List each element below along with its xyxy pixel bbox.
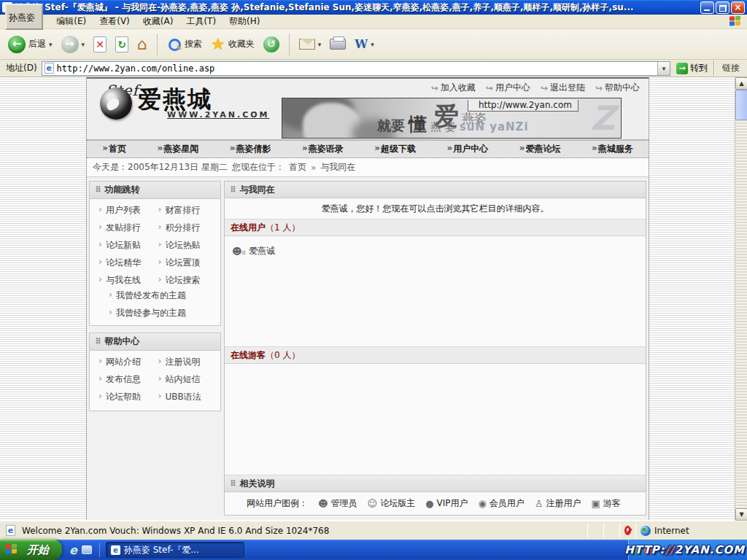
logout-link[interactable]: ↪ 退出登陆: [541, 82, 585, 94]
menu-help[interactable]: 帮助(H): [222, 14, 266, 29]
banner-slogan: 就要 懂 燕 姿 suN yaNZi: [377, 112, 529, 136]
function-jump-title: 功能跳转: [105, 184, 140, 196]
go-button[interactable]: → 转到: [673, 61, 711, 75]
home-button[interactable]: ⌂: [133, 34, 151, 55]
menu-edit[interactable]: 编辑(E): [50, 14, 93, 29]
utility-links: ↪ 加入收藏 ↪ 用户中心 ↪ 退出登陆 ↪ 帮助中心: [431, 82, 640, 94]
menu-view[interactable]: 查看(V): [93, 14, 136, 29]
nav-forum[interactable]: »爱燕论坛: [519, 143, 561, 155]
minimize-button[interactable]: [700, 1, 714, 14]
sidebar-link-register-help[interactable]: ›注册说明: [158, 356, 218, 368]
address-input[interactable]: e http://www.2yan.com/online.asp ▾: [42, 61, 670, 76]
status-text: Welcome 2Yan.com Vouch: Windows XP And I…: [22, 526, 329, 536]
sidebar-link-new-posts[interactable]: ›论坛新贴: [98, 239, 158, 252]
history-button[interactable]: ↺: [260, 34, 283, 55]
word-icon: W: [355, 37, 368, 51]
sidebar-link-wealth-rank[interactable]: ›财富排行: [158, 204, 218, 217]
forward-button[interactable]: → ▾: [58, 34, 89, 55]
main-content: ⠿ 与我同在 爱燕诚，您好！您现在可以点击浏览其它栏目的详细内容。 在线用户 （…: [224, 181, 646, 516]
title-bar: e 孙燕姿 Stef-『爱燕城』 - 与我同在-孙燕姿,燕姿,燕姿 孙,Stef…: [0, 0, 747, 15]
help-center-header: ⠿ 帮助中心: [90, 333, 220, 351]
status-page-icon: e: [6, 525, 15, 536]
minimize-icon: [704, 9, 710, 11]
sidebar-link-forum-help[interactable]: ›论坛帮助: [98, 391, 158, 403]
online-guests-count: （0 人）: [266, 349, 300, 362]
search-label: 搜索: [185, 38, 202, 50]
slogan-bold: 懂: [409, 112, 427, 136]
moderator-icon: ☺: [368, 498, 378, 509]
address-dropdown-icon[interactable]: ▾: [657, 62, 670, 75]
nav-user-center[interactable]: »用户中心: [446, 143, 488, 155]
nav-photos[interactable]: »燕姿倩影: [230, 143, 271, 155]
print-button[interactable]: [326, 36, 349, 52]
show-desktop-icon[interactable]: [82, 545, 92, 554]
link-arrow-icon: ›: [158, 222, 162, 234]
menu-bar: 文件(F) 编辑(E) 查看(V) 收藏(A) 工具(T) 帮助(H): [0, 15, 747, 29]
sidebar-link-site-message[interactable]: ›站内短信: [158, 373, 218, 386]
user-legend: 网站用户图例： ☻管理员 ☺论坛版主 ●VIP用户 ◉会员用户 ♙注册用户 ▣游…: [225, 492, 646, 515]
add-favorite-link[interactable]: ↪ 加入收藏: [431, 82, 476, 94]
word-dropdown-icon[interactable]: ▾: [371, 41, 374, 48]
site-logo[interactable]: Stef 爱燕城 WWW.2YAN.COM: [100, 88, 270, 120]
online-users-label: 在线用户: [231, 222, 266, 234]
online-user-name[interactable]: 爱燕诚: [249, 245, 275, 257]
scroll-up-button[interactable]: ▲: [735, 77, 747, 90]
menu-favorites[interactable]: 收藏(A): [136, 14, 180, 29]
sidebar-link-hot-posts[interactable]: ›论坛热贴: [158, 239, 218, 252]
restore-button[interactable]: [716, 1, 729, 14]
online-user-item[interactable]: ☻ɞ 爱燕诚: [232, 245, 638, 257]
help-center-link[interactable]: ↪ 帮助中心: [595, 82, 640, 94]
link-arrow-icon: ›: [158, 391, 162, 403]
sidebar-link-score-rank[interactable]: ›积分排行: [158, 222, 218, 234]
sidebar-link-user-list[interactable]: ›用户列表: [98, 204, 158, 217]
breadcrumb-home-link[interactable]: 首页: [289, 161, 306, 174]
nav-quotes[interactable]: »燕姿语录: [302, 143, 344, 155]
windows-logo-icon: [729, 15, 743, 28]
taskbar-task-button[interactable]: e 孙燕姿 Stef-『爱...: [106, 542, 244, 558]
vertical-scrollbar[interactable]: ▲ ▼: [735, 77, 747, 521]
help-center-box: ⠿ 帮助中心 ›网站介绍 ›注册说明 ›发布信息 ›站内短信 ›论坛帮助 ›UB…: [89, 332, 221, 411]
sidebar-link-site-intro[interactable]: ›网站介绍: [98, 356, 158, 368]
nav-news[interactable]: »燕姿星闻: [157, 143, 198, 155]
nav-services[interactable]: »燕城服务: [592, 143, 633, 155]
link-arrow-icon: ›: [109, 307, 112, 319]
sidebar-link-pinned[interactable]: ›论坛置顶: [158, 257, 218, 269]
sidebar-link-publish-info[interactable]: ›发布信息: [98, 373, 158, 386]
banner-image[interactable]: Z http://www.2yan.com 爱 燕姿 就要 懂 燕 姿 suN …: [282, 98, 622, 139]
link-arrow-icon: ›: [98, 257, 102, 269]
sidebar-link-ubb[interactable]: ›UBB语法: [158, 391, 218, 403]
refresh-button[interactable]: ↻: [112, 34, 132, 55]
back-button[interactable]: ← 后退 ▾: [4, 34, 56, 55]
scroll-thumb[interactable]: [735, 90, 747, 120]
favorites-button[interactable]: ★ 收藏夹: [207, 35, 258, 54]
stop-button[interactable]: ✕: [90, 34, 110, 55]
sidebar-link-online[interactable]: ›与我在线: [98, 274, 158, 287]
sidebar-link-post-rank[interactable]: ›发贴排行: [98, 222, 158, 234]
breadcrumb: 今天是：2005年12月13日 星期二 您现在位于： 首页 » 与我同在: [87, 158, 649, 177]
forward-dropdown-icon[interactable]: ▾: [82, 41, 85, 48]
menu-tools[interactable]: 工具(T): [179, 14, 222, 29]
slogan-pre: 就要: [377, 117, 405, 136]
address-url[interactable]: http://www.2yan.com/online.asp: [57, 63, 657, 74]
mail-dropdown-icon[interactable]: ▾: [318, 41, 322, 48]
nav-home[interactable]: »首页: [102, 143, 126, 155]
back-dropdown-icon[interactable]: ▾: [49, 41, 53, 48]
quick-launch-ie-icon[interactable]: e: [69, 543, 77, 557]
sidebar-link-search[interactable]: ›论坛搜索: [158, 274, 218, 287]
site-domain: WWW.2YAN.COM: [167, 110, 270, 120]
link-arrow-icon: ›: [98, 274, 102, 287]
links-toolbar[interactable]: 链接: [713, 61, 746, 76]
mail-button[interactable]: ▾: [295, 36, 325, 52]
close-button[interactable]: ×: [731, 1, 745, 14]
user-center-link[interactable]: ↪ 用户中心: [486, 82, 530, 94]
start-button[interactable]: 开始: [0, 540, 62, 560]
sidebar-link-my-topics[interactable]: ›我曾经发布的主题: [109, 289, 217, 302]
sidebar-link-digest[interactable]: ›论坛精华: [98, 257, 158, 269]
search-button[interactable]: 搜索: [163, 35, 206, 54]
main-nav: »首页 »燕姿星闻 »燕姿倩影 »燕姿语录 »超级下载 »用户中心 »爱燕论坛 …: [87, 140, 649, 158]
sidebar-link-my-replies[interactable]: ›我曾经参与的主题: [109, 307, 217, 319]
nav-downloads[interactable]: »超级下载: [374, 143, 416, 155]
scroll-down-button[interactable]: ▼: [735, 508, 747, 521]
edit-word-button[interactable]: W ▾: [351, 35, 378, 53]
member-icon: ☻ɞ: [232, 246, 246, 257]
